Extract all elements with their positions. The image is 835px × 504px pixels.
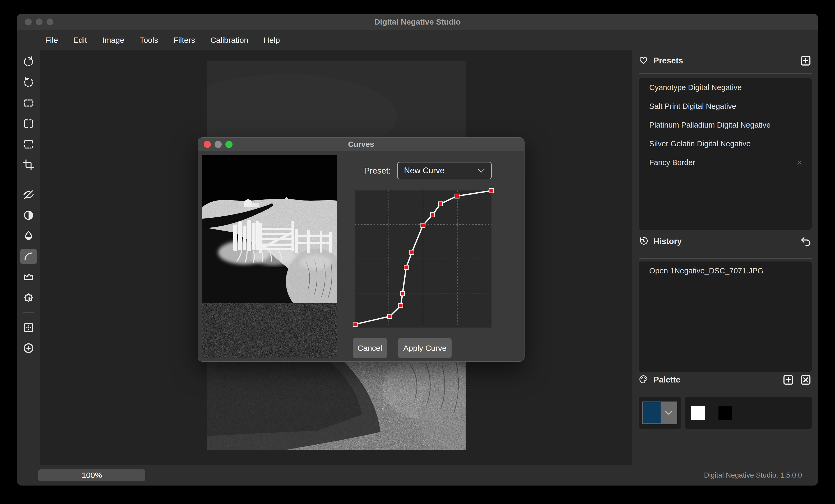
clear-palette-button[interactable]	[800, 374, 812, 386]
minimize-button[interactable]	[36, 19, 43, 25]
presets-list: Cyanotype Digital Negative Salt Print Di…	[639, 78, 812, 230]
eye-off-icon	[22, 189, 35, 201]
preset-list-item[interactable]: Fancy Border ×	[639, 153, 812, 172]
add-color-button[interactable]	[782, 374, 794, 386]
history-icon	[639, 236, 648, 247]
flip-vertical-icon	[22, 138, 35, 150]
plus-square-icon	[800, 55, 812, 67]
preview-toggle-tool[interactable]	[20, 187, 37, 202]
ink-drop-icon	[22, 230, 35, 242]
menu-item[interactable]: Edit	[65, 36, 95, 45]
plus-square-icon	[782, 374, 794, 386]
menu-item[interactable]: Filters	[166, 36, 203, 45]
palette-row	[639, 397, 812, 429]
rotate-ccw-tool[interactable]	[20, 75, 37, 90]
add-tool[interactable]	[20, 341, 37, 356]
remove-preset-icon[interactable]: ×	[797, 158, 802, 167]
menu-bar: FileEditImageToolsFiltersCalibrationHelp	[17, 30, 818, 50]
window-controls[interactable]	[25, 19, 54, 25]
dialog-preview-image	[202, 155, 337, 358]
close-button[interactable]	[25, 19, 32, 25]
preset-value: New Curve	[404, 166, 445, 175]
app-window: Digital Negative Studio FileEditImageToo…	[17, 14, 818, 485]
history-list: Open 1Negative_DSC_7071.JPG	[639, 261, 812, 372]
levels-tool[interactable]	[20, 270, 37, 285]
curves-tool[interactable]	[20, 249, 37, 264]
divider	[639, 74, 812, 74]
palette-title: Palette	[653, 375, 777, 384]
title-bar[interactable]: Digital Negative Studio	[17, 14, 818, 30]
flip-horizontal-icon	[22, 118, 35, 130]
color-swatch[interactable]	[718, 406, 732, 420]
selected-color-swatch	[643, 402, 660, 423]
border-grid-icon	[22, 321, 35, 334]
undo-button[interactable]	[800, 235, 812, 248]
color-picker-dropdown[interactable]	[643, 401, 677, 424]
menu-item[interactable]: Tools	[132, 36, 166, 45]
preset-dropdown[interactable]: New Curve	[397, 162, 492, 180]
dialog-title-bar[interactable]: Curves	[198, 138, 524, 151]
border-tool[interactable]	[20, 320, 37, 335]
menu-item[interactable]: Calibration	[203, 36, 256, 45]
status-bar: 100% Digital Negative Studio: 1.5.0.0	[17, 465, 818, 485]
right-sidebar: Presets Cyanotype Digital Negative Salt …	[632, 50, 818, 465]
menu-item[interactable]: Image	[95, 36, 132, 45]
flip-vertical-tool[interactable]	[20, 137, 37, 152]
contrast-tool[interactable]	[20, 208, 37, 223]
chevron-down-icon	[477, 168, 485, 173]
flip-horizontal-tool[interactable]	[20, 116, 37, 131]
dialog-minimize-button[interactable]	[215, 141, 222, 148]
zoom-level-button[interactable]: 100%	[38, 469, 145, 481]
history-list-item[interactable]: Open 1Negative_DSC_7071.JPG	[639, 261, 812, 280]
marquee-select-icon	[22, 97, 35, 109]
screen: Digital Negative Studio FileEditImageToo…	[0, 0, 835, 504]
preset-list-item[interactable]: Salt Print Digital Negative	[639, 97, 812, 116]
color-picker-box	[639, 397, 681, 429]
levels-icon	[22, 271, 35, 283]
apply-curve-button[interactable]: Apply Curve	[398, 338, 452, 358]
undo-icon	[800, 236, 812, 247]
toolbar-divider	[23, 180, 34, 180]
x-square-icon	[800, 374, 812, 386]
contrast-icon	[22, 209, 35, 222]
dialog-window-controls[interactable]	[204, 138, 232, 151]
rotate-cw-icon	[22, 56, 35, 68]
brightness-icon	[22, 292, 35, 304]
preset-label: Silver Gelatin Digital Negative	[649, 140, 751, 148]
preset-label: Cyanotype Digital Negative	[649, 83, 742, 92]
dialog-zoom-button[interactable]	[225, 141, 232, 148]
preset-list-item[interactable]: Cyanotype Digital Negative	[639, 78, 812, 97]
rotate-cw-tool[interactable]	[20, 55, 37, 69]
menu-item[interactable]: Help	[256, 36, 288, 45]
history-panel-header: History	[639, 233, 812, 249]
dialog-close-button[interactable]	[204, 141, 211, 148]
preset-list-item[interactable]: Silver Gelatin Digital Negative	[639, 134, 812, 153]
dialog-title: Curves	[348, 140, 374, 149]
marquee-select-tool[interactable]	[20, 96, 37, 110]
palette-icon	[639, 375, 648, 385]
rotate-ccw-icon	[22, 76, 35, 88]
preset-label: Platinum Palladium Digital Negative	[649, 121, 771, 129]
density-tool[interactable]	[20, 229, 37, 243]
presets-panel-header: Presets	[639, 53, 812, 69]
palette-swatches	[685, 397, 812, 429]
color-swatch[interactable]	[691, 406, 705, 420]
presets-title: Presets	[653, 56, 794, 65]
crop-icon	[22, 159, 35, 171]
crop-tool[interactable]	[20, 158, 37, 172]
preset-label: Preset:	[346, 162, 391, 180]
history-title: History	[653, 237, 794, 246]
add-preset-button[interactable]	[800, 55, 812, 67]
curves-dialog: Curves	[198, 138, 525, 362]
curves-graph[interactable]	[354, 190, 491, 328]
menu-item[interactable]: File	[38, 36, 65, 45]
version-status: Digital Negative Studio: 1.5.0.0	[704, 465, 802, 485]
window-title: Digital Negative Studio	[17, 17, 818, 26]
zoom-button[interactable]	[46, 19, 54, 25]
cancel-button[interactable]: Cancel	[353, 338, 387, 358]
tool-bar	[17, 50, 40, 465]
heart-icon	[639, 56, 648, 66]
chevron-down-icon	[660, 411, 676, 415]
brightness-tool[interactable]	[20, 290, 37, 305]
preset-list-item[interactable]: Platinum Palladium Digital Negative	[639, 116, 812, 134]
